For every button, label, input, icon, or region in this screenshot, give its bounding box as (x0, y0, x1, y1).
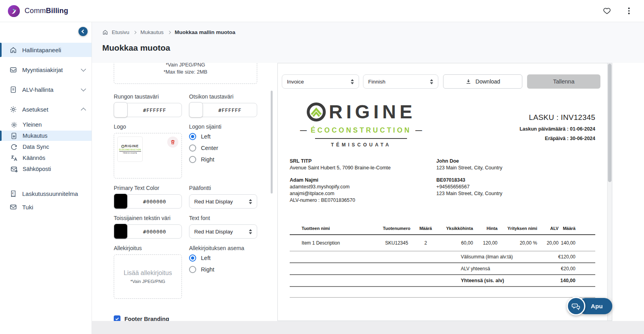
radio-selected-icon[interactable] (189, 133, 196, 140)
select-arrows-icon (249, 199, 252, 204)
radio-icon[interactable] (189, 156, 196, 163)
sidebar-item-laskutussuunnitelma[interactable]: € Laskutussuunnitelma (0, 188, 92, 199)
brand[interactable]: CommBilling (7, 4, 68, 18)
body-bg-swatch[interactable] (114, 102, 128, 118)
sidebar-item-hallintapaneeli[interactable]: Hallintapaneeli (0, 43, 92, 57)
sidebar-collapse-button[interactable] (78, 27, 88, 36)
gear-icon (10, 121, 18, 129)
sidebar-item-yleinen[interactable]: Yleinen (0, 120, 92, 130)
svg-text:€: € (12, 192, 14, 195)
signature-placeholder: Lisää allekirjoitus (124, 269, 172, 277)
brand-logo-icon (7, 4, 21, 18)
primary-color-hex[interactable]: #000000 (128, 199, 182, 205)
radio-selected-icon[interactable] (189, 254, 196, 262)
secondary-color-input[interactable]: #000000 (114, 224, 182, 239)
radio-icon[interactable] (189, 266, 196, 273)
download-icon (465, 78, 472, 85)
logo-position-label: Logon sijainti (189, 123, 257, 130)
signature-position-right[interactable]: Right (189, 266, 257, 273)
origine-rule (315, 138, 407, 139)
footer-branding-checkbox[interactable] (114, 315, 120, 321)
chevron-up-icon (81, 108, 86, 113)
form-scrollbar[interactable] (271, 91, 273, 194)
main-font-label: Pääfontti (189, 185, 257, 191)
origine-tagline: TÉMISCOUATA (290, 142, 432, 148)
header-bg-label: Otsikon taustaväri (189, 93, 257, 100)
sidebar-item-asetukset[interactable]: Asetukset (0, 102, 92, 116)
header-bg-color-input[interactable]: #FFFFFF (189, 103, 257, 117)
preview-scrollbar-thumb[interactable] (608, 64, 612, 182)
sidebar-item-tuki[interactable]: Tuki (0, 201, 92, 213)
main-font-select[interactable]: Red Hat Display (189, 194, 257, 209)
signature-label: Allekirjoitus (114, 245, 182, 251)
sidebar-item-alv-hallinta[interactable]: ALV-hallinta (0, 82, 92, 97)
subtotal-row: Välisumma (ilman alv:tä) €120,00 (290, 251, 595, 263)
footer-branding-row: Footer Branding (114, 315, 257, 321)
document-icon (10, 86, 17, 93)
kebab-menu-icon[interactable] (624, 6, 634, 16)
secondary-color-swatch[interactable] (114, 224, 128, 239)
invoice-line-items-table: Tuotteen nimi Tuotenumero Määrä Yksikköh… (290, 226, 595, 251)
translate-icon (10, 154, 18, 162)
seller-info: SRL TITP Avenue Saint Hubert 5, 7090 Bra… (290, 158, 436, 204)
signature-position-label: Allekirjoituksen asema (189, 245, 257, 251)
invoice-number: LASKU : INV12345 (520, 113, 595, 122)
trash-icon (170, 139, 176, 145)
logo-position-center[interactable]: Center (189, 144, 257, 152)
chat-bubbles-icon[interactable] (567, 297, 585, 315)
primary-color-input[interactable]: #000000 (114, 194, 182, 209)
mail-gear-icon (10, 165, 18, 173)
origine-emblem-icon (121, 145, 124, 148)
chevron-down-icon (81, 86, 86, 91)
logo-position-left[interactable]: Left (189, 133, 257, 140)
sidebar-item-kaannos[interactable]: Käännös (0, 153, 92, 163)
text-font-select[interactable]: Red Hat Display (189, 224, 257, 239)
sidebar-item-mukautus[interactable]: Mukautus (0, 131, 92, 141)
document-gear-icon (10, 132, 18, 140)
language-select[interactable]: Finnish (363, 74, 438, 89)
breadcrumb-mukautus[interactable]: Mukautus (140, 29, 164, 35)
delete-logo-button[interactable] (167, 137, 178, 148)
sidebar-item-sahkoposti[interactable]: Sähköposti (0, 164, 92, 174)
invoice-preview-panel: Invoice Finnish Download Tallenna (277, 63, 612, 321)
sidebar-item-data-sync[interactable]: Data Sync (0, 142, 92, 152)
invoice-footer-divider (290, 297, 595, 298)
seller-contact: Adam Najmi (290, 177, 436, 184)
page-title: Muokkaa muotoa (102, 43, 644, 53)
template-type-select[interactable]: Invoice (282, 74, 359, 89)
support-mail-icon (10, 203, 17, 211)
save-button[interactable]: Tallenna (527, 74, 600, 89)
logo-position-group: Left Center Right (189, 133, 257, 163)
breadcrumb-current: Muokkaa mallin muotoa (175, 29, 235, 35)
radio-icon[interactable] (189, 144, 196, 152)
primary-color-swatch[interactable] (114, 194, 128, 209)
home-icon (102, 29, 108, 35)
upload-filetype-hint: *Vain JPEG/PNG (114, 63, 257, 68)
logo-position-right[interactable]: Right (189, 156, 257, 163)
sync-icon (10, 143, 18, 151)
preview-scrollbar[interactable] (607, 63, 612, 321)
body-bg-hex[interactable]: #FFFFFF (128, 107, 182, 113)
secondary-color-hex[interactable]: #000000 (128, 229, 182, 235)
main-content: Etusivu Mukautus Muokkaa mallin muotoa M… (92, 22, 644, 334)
download-button[interactable]: Download (443, 74, 522, 89)
logo-upload-dropzone[interactable]: *Vain JPEG/PNG *Max file size: 2MB (114, 63, 257, 84)
signature-dropzone[interactable]: Lisää allekirjoitus *Vain JPEG/PNG (114, 254, 182, 299)
seller-company: SRL TITP (290, 158, 436, 165)
header-bg-swatch[interactable] (189, 102, 203, 118)
breadcrumb-etusivu[interactable]: Etusivu (112, 29, 129, 35)
signature-position-left[interactable]: Left (189, 254, 257, 262)
select-arrows-icon (351, 79, 354, 84)
gear-icon (10, 106, 17, 113)
top-navbar: CommBilling (0, 0, 644, 22)
sales-documents-icon (10, 66, 17, 74)
logo-label: Logo (114, 123, 182, 130)
header-bg-hex[interactable]: #FFFFFF (203, 107, 257, 113)
body-bg-color-input[interactable]: #FFFFFF (114, 103, 182, 117)
body-bg-label: Rungon taustaväri (114, 93, 182, 100)
signature-position-group: Left Right (189, 254, 257, 273)
sidebar-item-myyntiasiakirjat[interactable]: Myyntiasiakirjat (0, 63, 92, 77)
signature-hint: *Vain JPEG/PNG (130, 279, 165, 284)
logo-preview-box[interactable]: RIGINE ÉCOCONSTRUCTION TÉMISCOUATA (114, 133, 182, 178)
favorites-heart-icon[interactable] (602, 6, 612, 16)
